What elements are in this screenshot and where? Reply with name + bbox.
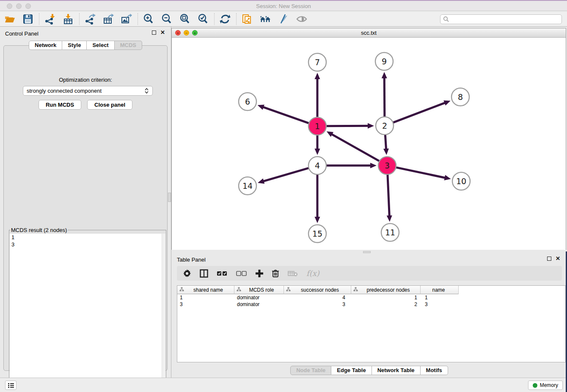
table-cell[interactable]: 1 <box>421 295 459 301</box>
unselect-all-columns-icon[interactable] <box>236 271 247 276</box>
tab-mcds[interactable]: MCDS <box>115 41 142 50</box>
session-title: Session: New Session <box>0 3 567 9</box>
run-mcds-button[interactable]: Run MCDS <box>39 100 81 110</box>
table-cell[interactable]: 1 <box>177 295 234 301</box>
clone-network-icon[interactable] <box>242 14 253 25</box>
node-table[interactable]: shared nameMCDS rolesuccessor nodesprede… <box>177 285 566 362</box>
close-panel-button[interactable]: Close panel <box>87 100 132 110</box>
network-window-titlebar[interactable]: ✕ − + scc.txt <box>172 28 566 38</box>
mcds-result-area[interactable]: 1 3 <box>10 234 165 387</box>
table-cell[interactable]: 2 <box>351 301 421 307</box>
toolbar-separator <box>236 13 237 25</box>
column-header-label: successor nodes <box>291 287 351 293</box>
graph-node-label: 9 <box>382 57 387 66</box>
graph-edge[interactable] <box>326 126 368 126</box>
table-row[interactable]: 3dominator323 <box>177 301 565 308</box>
table-cell[interactable]: 1 <box>351 295 421 301</box>
graph-edge-arrowhead <box>370 163 377 168</box>
close-panel-icon[interactable]: ✕ <box>160 30 165 35</box>
table-options-gear-icon[interactable] <box>183 269 191 278</box>
close-table-panel-icon[interactable]: ✕ <box>556 257 560 261</box>
search-icon <box>443 16 449 22</box>
tab-node-table[interactable]: Node Table <box>290 366 331 375</box>
table-cell[interactable]: 3 <box>421 301 459 307</box>
table-cell[interactable]: dominator <box>234 295 284 301</box>
table-cell[interactable]: 4 <box>284 295 351 301</box>
zoom-fit-icon[interactable] <box>179 14 190 25</box>
column-type-icon <box>353 287 358 293</box>
graph-node-label: 14 <box>242 181 253 190</box>
column-header-MCDS-role[interactable]: MCDS role <box>234 286 284 294</box>
table-cell[interactable]: 3 <box>284 301 351 307</box>
table-tabs: Node Table Edge Table Network Table Moti… <box>171 366 567 375</box>
float-table-panel-icon[interactable] <box>547 257 551 261</box>
graph-edge[interactable] <box>393 103 445 123</box>
zoom-out-icon[interactable] <box>161 14 172 25</box>
node-table-body: 1dominator4113dominator323 <box>177 294 565 308</box>
select-all-columns-icon[interactable] <box>217 271 228 276</box>
table-cell[interactable]: dominator <box>234 301 284 307</box>
panel-divider-grip[interactable] <box>168 193 171 202</box>
column-header-label: shared name <box>184 287 234 293</box>
result-scrollbar[interactable] <box>162 234 165 387</box>
column-header-predecessor-nodes[interactable]: predecessor nodes <box>351 286 421 294</box>
save-session-icon[interactable] <box>22 14 33 25</box>
graph-edge-arrowhead <box>258 105 264 110</box>
graph-edge[interactable] <box>396 167 445 178</box>
graph-svg[interactable]: 7968124314101511 <box>172 38 566 250</box>
graph-edge[interactable] <box>385 135 386 149</box>
application-window: Session: New Session <box>0 0 567 392</box>
graph-edge-arrowhead <box>444 175 451 180</box>
mcds-result-box: MCDS result (2 nodes) 1 3 <box>9 227 166 388</box>
column-header-successor-nodes[interactable]: successor nodes <box>284 286 351 294</box>
column-header-name[interactable]: name <box>421 286 459 294</box>
column-browser-icon[interactable] <box>200 269 208 278</box>
graph-edge-arrowhead <box>315 217 320 223</box>
graph-edge[interactable] <box>263 107 309 123</box>
graph-edge-arrowhead <box>315 73 320 79</box>
tab-style[interactable]: Style <box>62 41 87 50</box>
titlebar: Session: New Session <box>0 0 567 11</box>
graph-node-label: 7 <box>315 58 320 67</box>
table-row[interactable]: 1dominator411 <box>177 294 565 301</box>
export-table-icon[interactable] <box>103 14 114 25</box>
graph-edge[interactable] <box>263 168 308 181</box>
node-table-header: shared nameMCDS rolesuccessor nodesprede… <box>177 286 565 294</box>
function-builder-icon: f(x) <box>306 269 319 278</box>
tab-network[interactable]: Network <box>29 41 62 50</box>
zoom-selected-icon[interactable] <box>198 14 209 25</box>
zoom-in-icon[interactable] <box>143 14 154 25</box>
main-toolbar <box>0 12 567 27</box>
import-network-icon[interactable] <box>44 14 55 25</box>
status-menu-button[interactable] <box>5 381 17 390</box>
search-box[interactable] <box>440 14 562 24</box>
graph-edge[interactable] <box>388 174 389 216</box>
home-networks-icon[interactable] <box>260 14 271 25</box>
search-input[interactable] <box>449 15 561 23</box>
criterion-select[interactable]: strongly connected component <box>23 86 153 96</box>
tab-network-table[interactable]: Network Table <box>372 366 421 375</box>
column-header-label: name <box>421 287 458 293</box>
tab-motifs[interactable]: Motifs <box>421 366 448 375</box>
export-image-icon[interactable] <box>121 14 132 25</box>
tab-select[interactable]: Select <box>87 41 114 50</box>
control-panel: Control Panel ✕ Network Style Select MCD… <box>0 27 171 378</box>
import-table-icon[interactable] <box>63 14 74 25</box>
delete-column-trash-icon[interactable] <box>272 269 279 278</box>
table-divider-grip[interactable] <box>363 251 371 253</box>
result-line: 1 <box>10 234 165 241</box>
export-network-icon[interactable] <box>85 14 96 25</box>
table-cell[interactable]: 3 <box>177 301 234 307</box>
memory-button[interactable]: Memory <box>528 381 563 390</box>
graph-edge[interactable] <box>332 134 380 161</box>
graph-edge[interactable] <box>384 78 385 117</box>
tab-edge-table[interactable]: Edge Table <box>331 366 372 375</box>
open-session-icon[interactable] <box>4 14 15 25</box>
float-panel-icon[interactable] <box>152 30 156 35</box>
create-column-plus-icon[interactable] <box>256 270 263 277</box>
refresh-layout-icon[interactable] <box>220 14 231 25</box>
table-panel: Table Panel ✕ <box>171 254 567 378</box>
column-header-shared-name[interactable]: shared name <box>177 286 234 294</box>
graphics-details-icon[interactable] <box>278 14 289 25</box>
toolbar-separator <box>214 13 215 25</box>
